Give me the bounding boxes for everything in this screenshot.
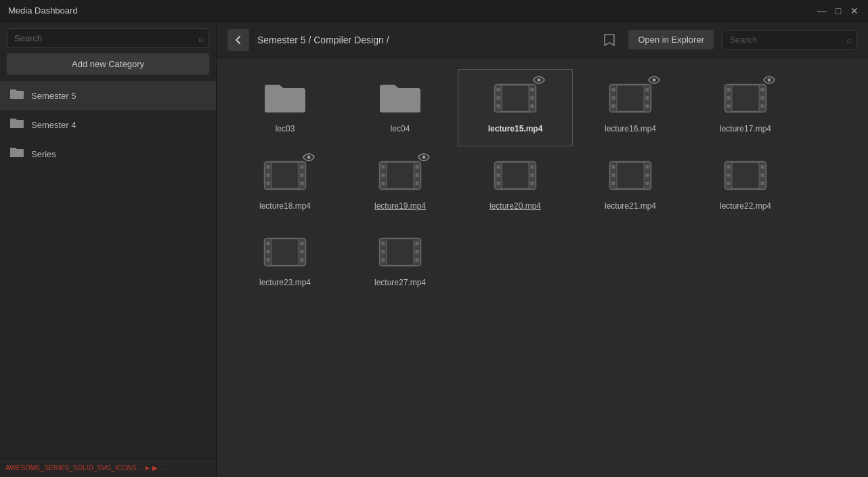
svg-point-10 [538, 79, 541, 82]
svg-rect-98 [382, 242, 385, 245]
media-item-lecture23[interactable]: lecture23.mp4 [227, 223, 343, 300]
svg-rect-62 [531, 173, 534, 177]
topbar: Semester 5 / Compiler Design / Open in E… [217, 22, 868, 58]
item-label: lecture27.mp4 [374, 278, 426, 289]
film-icon [609, 81, 652, 115]
item-icon-wrap [718, 78, 773, 119]
media-item-lecture18[interactable]: lecture18.mp4 [227, 146, 343, 224]
svg-rect-7 [531, 96, 534, 100]
sidebar-search-wrapper: ⌕ [7, 28, 209, 48]
media-item-lecture19[interactable]: lecture19.mp4 [343, 146, 458, 224]
item-icon-wrap [603, 78, 657, 119]
svg-rect-51 [416, 173, 419, 177]
watched-eye-icon [763, 75, 775, 86]
sidebar-item-label-semester5: Semester 5 [31, 91, 76, 101]
sidebar-search-input[interactable] [7, 28, 209, 48]
svg-rect-9 [502, 86, 528, 110]
main-layout: ⌕ Add new Category Semester 5 [0, 22, 868, 477]
svg-rect-37 [267, 173, 270, 177]
content-area: Semester 5 / Compiler Design / Open in E… [217, 22, 868, 477]
svg-rect-94 [272, 240, 298, 264]
item-label: lecture16.mp4 [605, 124, 656, 135]
media-item-lecture17[interactable]: lecture17.mp4 [688, 69, 803, 146]
bookmark-button[interactable] [599, 29, 620, 51]
svg-rect-72 [646, 173, 649, 177]
minimize-button[interactable]: — [817, 5, 827, 16]
svg-rect-90 [267, 258, 270, 262]
media-item-lecture21[interactable]: lecture21.mp4 [573, 146, 688, 224]
item-icon-wrap [488, 78, 542, 119]
sidebar-bottom-text: AWESOME_SERIES_SOLID_SVG_ICONS... ► ▶ ..… [0, 458, 216, 477]
media-item-lecture15[interactable]: lecture15.mp4 [458, 69, 573, 146]
watched-eye-icon [648, 75, 660, 86]
sidebar-item-semester5[interactable]: Semester 5 [0, 81, 216, 110]
item-icon-wrap [718, 155, 773, 196]
item-label: lecture18.mp4 [259, 201, 311, 212]
folder-icon [9, 88, 24, 104]
sidebar-item-semester4[interactable]: Semester 4 [0, 110, 216, 140]
item-icon-wrap [373, 78, 427, 119]
svg-rect-80 [727, 182, 731, 185]
sidebar-item-series[interactable]: Series [0, 140, 216, 169]
svg-rect-17 [646, 88, 649, 91]
item-label: lec04 [391, 124, 410, 135]
app-title: Media Dashboard [8, 5, 78, 16]
svg-rect-38 [267, 182, 270, 185]
media-item-lec04[interactable]: lec04 [343, 69, 458, 146]
svg-rect-3 [497, 88, 500, 91]
svg-rect-18 [646, 96, 649, 100]
svg-rect-8 [531, 104, 534, 108]
back-button[interactable] [227, 29, 249, 51]
film-icon [494, 159, 537, 192]
folder-icon [9, 146, 24, 162]
svg-rect-78 [727, 165, 731, 169]
item-label: lecture19.mp4 [374, 201, 426, 212]
svg-rect-100 [382, 258, 385, 262]
svg-rect-42 [272, 163, 298, 188]
svg-rect-20 [617, 86, 643, 110]
media-grid: lec03 lec04 [227, 69, 857, 300]
sidebar: ⌕ Add new Category Semester 5 [0, 22, 217, 477]
svg-rect-79 [727, 173, 731, 177]
svg-rect-36 [267, 165, 270, 169]
svg-rect-31 [733, 86, 758, 110]
svg-rect-92 [301, 250, 304, 253]
media-item-lecture16[interactable]: lecture16.mp4 [573, 69, 688, 146]
add-category-button[interactable]: Add new Category [7, 54, 209, 75]
item-label: lecture22.mp4 [720, 201, 771, 212]
content-search-input[interactable] [722, 30, 857, 49]
svg-rect-60 [497, 182, 500, 185]
content-search-wrapper: ⌕ [722, 30, 857, 49]
media-item-lecture27[interactable]: lecture27.mp4 [343, 223, 458, 300]
watched-eye-icon [418, 152, 430, 163]
svg-rect-26 [727, 96, 731, 100]
film-icon [724, 81, 767, 115]
media-item-lecture22[interactable]: lecture22.mp4 [688, 146, 803, 224]
open-explorer-button[interactable]: Open in Explorer [628, 30, 714, 49]
sidebar-item-label-semester4: Semester 4 [31, 120, 76, 130]
item-icon-wrap [488, 155, 542, 196]
film-icon [378, 159, 422, 192]
folder-icon [378, 81, 422, 115]
svg-rect-63 [531, 182, 534, 185]
svg-rect-73 [646, 182, 649, 185]
svg-rect-5 [497, 104, 500, 108]
item-icon-wrap [373, 155, 427, 196]
media-item-lec03[interactable]: lec03 [227, 69, 343, 146]
svg-rect-25 [727, 88, 731, 91]
svg-point-54 [422, 155, 426, 159]
maximize-button[interactable]: □ [833, 5, 844, 16]
media-item-lecture20[interactable]: lecture20.mp4 [458, 146, 573, 224]
item-icon-wrap [603, 155, 657, 196]
window-controls: — □ ✕ [817, 5, 860, 16]
svg-rect-103 [416, 258, 419, 262]
watched-eye-icon [303, 152, 315, 163]
close-button[interactable]: ✕ [849, 5, 860, 16]
breadcrumb: Semester 5 / Compiler Design / [257, 35, 590, 45]
svg-rect-4 [497, 96, 500, 100]
svg-rect-104 [387, 240, 413, 264]
svg-rect-40 [301, 173, 304, 177]
svg-rect-58 [497, 165, 500, 169]
item-label: lecture15.mp4 [488, 124, 543, 135]
svg-rect-64 [502, 163, 528, 188]
